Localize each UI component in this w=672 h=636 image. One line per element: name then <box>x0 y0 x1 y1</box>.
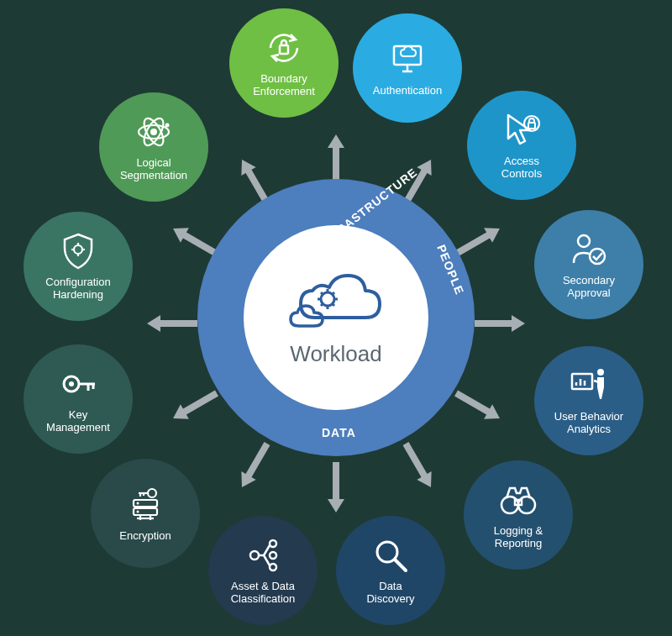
node-label: BoundaryEnforcement <box>246 73 322 98</box>
svg-point-0 <box>321 292 334 306</box>
node-label: LogicalSegmentation <box>113 157 194 182</box>
hub-label: Workload <box>290 341 381 367</box>
svg-line-7 <box>321 304 323 306</box>
arrow <box>454 223 503 259</box>
svg-point-35 <box>137 502 139 504</box>
arrow <box>401 441 436 491</box>
node-label: KeyManagement <box>39 409 117 434</box>
svg-rect-9 <box>280 45 288 54</box>
svg-point-31 <box>270 552 276 559</box>
binoculars-icon <box>498 480 538 520</box>
node-config-hardening: ConfigurationHardening <box>24 212 133 321</box>
node-label: Asset & DataClassification <box>224 581 302 606</box>
atom-icon <box>134 112 174 152</box>
node-data-discovery: DataDiscovery <box>336 516 445 625</box>
ring-label-data: DATA <box>322 426 356 439</box>
cloud-gear-icon <box>286 269 386 336</box>
cursor-lock-icon <box>501 110 542 150</box>
svg-line-6 <box>333 304 334 306</box>
shield-gear-icon <box>58 231 98 271</box>
node-label: Encryption <box>113 530 177 543</box>
monitor-cloud-icon <box>387 39 428 80</box>
node-label: DataDiscovery <box>360 581 421 606</box>
arrow <box>454 388 503 423</box>
node-label: Logging &Reporting <box>487 525 550 550</box>
node-user-behavior: User BehaviorAnalytics <box>534 346 643 455</box>
svg-rect-15 <box>528 123 535 129</box>
node-label: ConfigurationHardening <box>39 276 117 302</box>
tree-nodes-icon <box>243 535 283 576</box>
svg-point-22 <box>597 369 604 376</box>
svg-point-16 <box>578 235 590 247</box>
node-key-management: KeyManagement <box>24 344 133 454</box>
arrow <box>330 134 342 185</box>
arrow <box>475 318 525 329</box>
node-authentication: Authentication <box>353 13 462 123</box>
node-secondary-approval: SecondaryApproval <box>534 210 643 319</box>
node-boundary-enforcement: BoundaryEnforcement <box>229 8 339 118</box>
svg-point-45 <box>69 381 74 386</box>
node-access-controls: AccessControls <box>467 91 576 200</box>
node-label: Authentication <box>366 85 449 97</box>
svg-point-32 <box>270 564 276 570</box>
arrow <box>147 318 197 329</box>
key-icon <box>58 364 98 404</box>
server-key-icon <box>125 485 165 525</box>
cycle-lock-icon <box>264 28 304 68</box>
hub-center: Workload <box>244 225 428 410</box>
node-logging-reporting: Logging &Reporting <box>464 460 573 570</box>
workload-security-diagram: INFRASTRUCTURE PEOPLE DATA Workload Boun… <box>0 0 672 636</box>
svg-point-36 <box>137 510 139 512</box>
person-check-icon <box>569 229 609 270</box>
arrow <box>237 441 272 491</box>
node-encryption: Encryption <box>91 459 200 568</box>
node-label: SecondaryApproval <box>556 275 622 300</box>
svg-point-40 <box>148 489 156 497</box>
svg-line-5 <box>321 292 323 294</box>
hub-ring: INFRASTRUCTURE PEOPLE DATA Workload <box>197 179 475 456</box>
svg-point-54 <box>150 129 157 135</box>
node-label: User BehaviorAnalytics <box>548 411 630 436</box>
svg-rect-18 <box>572 374 592 389</box>
svg-point-29 <box>250 551 259 560</box>
svg-line-28 <box>395 560 406 570</box>
presenter-icon <box>569 365 609 406</box>
svg-point-49 <box>74 245 82 254</box>
magnifier-icon <box>370 535 411 576</box>
node-asset-data-class: Asset & DataClassification <box>208 516 318 625</box>
arrow <box>330 462 342 512</box>
arrow <box>171 388 220 423</box>
svg-point-58 <box>165 124 170 128</box>
svg-point-30 <box>270 540 276 547</box>
svg-point-17 <box>590 249 605 264</box>
node-logical-segmentation: LogicalSegmentation <box>99 92 208 202</box>
node-label: AccessControls <box>495 155 549 181</box>
svg-line-8 <box>333 292 334 294</box>
